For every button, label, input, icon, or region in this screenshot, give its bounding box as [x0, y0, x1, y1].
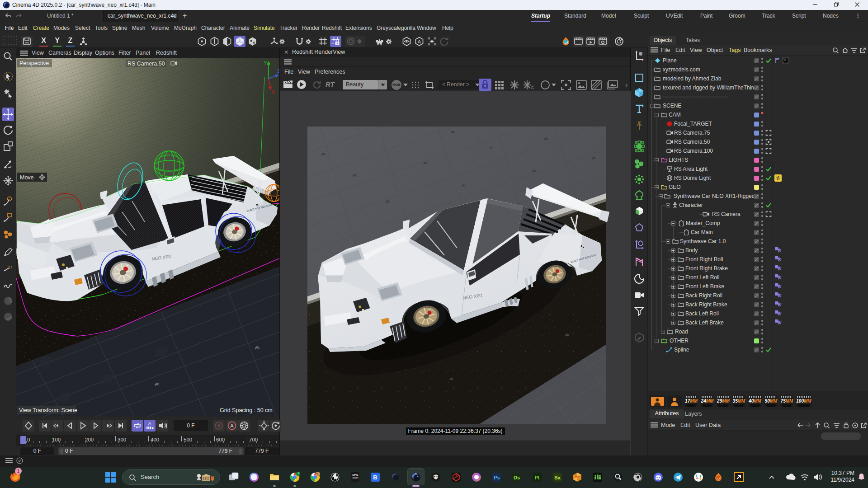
svg-text:View Transform: Scene: View Transform: Scene	[19, 407, 77, 413]
svg-text:A: A	[230, 423, 234, 428]
svg-text:EPIC: EPIC	[353, 474, 359, 476]
svg-text:A: A	[418, 39, 421, 44]
svg-text:Frame 0: 2024-11-09 22:36:37: Frame 0: 2024-11-09 22:36:37 (20.36s)	[408, 428, 502, 434]
svg-text:Pt: Pt	[535, 475, 540, 480]
svg-text:Perspective: Perspective	[19, 60, 49, 66]
svg-text:X: X	[272, 89, 275, 94]
svg-text:Grid Spacing : 50 cm: Grid Spacing : 50 cm	[220, 407, 273, 413]
svg-text:Sa: Sa	[554, 475, 561, 480]
svg-text:Ps: Ps	[494, 475, 500, 480]
svg-text:A: A	[148, 421, 151, 426]
svg-text:Move: Move	[20, 174, 34, 181]
svg-text:G: G	[531, 85, 534, 90]
svg-text:Ds: Ds	[514, 475, 520, 480]
svg-text:Y: Y	[264, 60, 267, 66]
svg-text:B: B	[373, 474, 377, 481]
svg-text:RS Camera.50: RS Camera.50	[127, 61, 165, 67]
svg-text:GAMES: GAMES	[352, 477, 359, 479]
